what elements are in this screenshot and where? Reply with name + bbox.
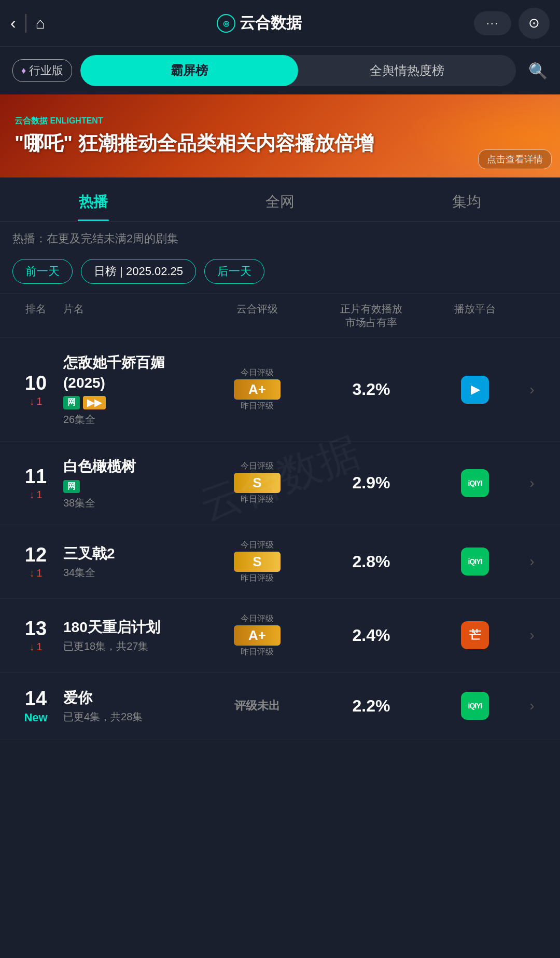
share-cell: 2.9%: [309, 473, 433, 492]
home-icon[interactable]: ⌂: [36, 15, 45, 32]
header-rating: 云合评级: [205, 302, 309, 329]
main-tab-group: 霸屏榜 全舆情热度榜: [80, 55, 516, 86]
show-title: 怎敌她千娇百媚(2025): [63, 352, 205, 393]
search-icon[interactable]: 🔍: [528, 62, 548, 80]
rating-cell: 今日评级 A+ 昨日评级: [205, 367, 309, 412]
rank-change: ↓ 1: [29, 489, 42, 501]
share-cell: 2.8%: [309, 552, 433, 571]
header-name: 片名: [59, 302, 205, 329]
rating-today-label: 今日评级: [241, 367, 274, 378]
platform-cell: iQIYI: [433, 692, 516, 720]
tab-per-episode[interactable]: 集均: [373, 177, 560, 221]
rank-change: ↓ 1: [29, 567, 42, 579]
platform-icon: 芒: [461, 621, 489, 649]
table-row[interactable]: 10 ↓ 1 怎敌她千娇百媚(2025) 网▶▶ 26集全 今日评级 A+ 昨日…: [0, 338, 560, 442]
rank-number: 12: [25, 544, 47, 566]
platform-icon: ▶: [461, 376, 489, 404]
table-header: 排名 片名 云合评级 正片有效播放 市场占有率 播放平台: [0, 293, 560, 338]
scan-button[interactable]: ⊙: [519, 8, 550, 39]
banner-logo: 云合数据 ENLIGHTENT: [15, 116, 545, 127]
next-day-button[interactable]: 后一天: [204, 259, 264, 284]
rating-today-label: 今日评级: [241, 461, 274, 472]
show-episodes: 38集全: [63, 496, 205, 510]
show-title: 白色橄榄树: [63, 456, 205, 476]
show-episodes: 已更18集，共27集: [63, 639, 205, 653]
table-row[interactable]: 11 ↓ 1 白色橄榄树 网 38集全 今日评级 S 昨日评级 2.9% iQI…: [0, 442, 560, 525]
tag-net: 网: [63, 396, 80, 409]
name-cell: 180天重启计划 已更18集，共27集: [59, 617, 205, 653]
table-row[interactable]: 14 New 爱你 已更4集，共28集 评级未出 2.2% iQIYI ›: [0, 673, 560, 740]
rating-today-value: S: [234, 552, 281, 572]
platform-icon: iQIYI: [461, 548, 489, 576]
content-tabs: 热播 全网 集均: [0, 177, 560, 222]
banner: 云合数据 ENLIGHTENT "哪吒" 狂潮推动全品类相关内容播放倍增 点击查…: [0, 94, 560, 177]
rating-cell: 评级未出: [205, 696, 309, 716]
nav-left: ‹ ⌂: [10, 13, 45, 33]
show-title: 三叉戟2: [63, 543, 205, 564]
show-episodes: 26集全: [63, 413, 205, 427]
row-arrow-icon: ›: [516, 627, 548, 644]
row-arrow-icon: ›: [516, 475, 548, 491]
platform-cell: iQIYI: [433, 469, 516, 497]
rows-container: 10 ↓ 1 怎敌她千娇百媚(2025) 网▶▶ 26集全 今日评级 A+ 昨日…: [0, 338, 560, 740]
more-options-button[interactable]: ···: [474, 11, 511, 35]
top-nav: ‹ ⌂ ◎ 云合数据 ··· ⊙: [0, 0, 560, 47]
rank-cell: 11 ↓ 1: [12, 466, 59, 501]
share-cell: 3.2%: [309, 380, 433, 399]
top-tab-bar: ♦ 行业版 霸屏榜 全舆情热度榜 🔍: [0, 47, 560, 94]
industry-badge[interactable]: ♦ 行业版: [12, 59, 72, 82]
rank-number: 13: [25, 618, 47, 640]
table-row[interactable]: 12 ↓ 1 三叉戟2 34集全 今日评级 S 昨日评级 2.8% iQIYI …: [0, 525, 560, 599]
rating-cell: 今日评级 S 昨日评级: [205, 461, 309, 505]
rank-cell: 14 New: [12, 688, 59, 724]
tab-trending[interactable]: 热播: [0, 177, 187, 221]
platform-icon: iQIYI: [461, 469, 489, 497]
app-title-text: 云合数据: [240, 12, 302, 34]
banner-detail-button[interactable]: 点击查看详情: [478, 149, 552, 169]
platform-cell: 芒: [433, 621, 516, 649]
prev-day-button[interactable]: 前一天: [12, 259, 73, 284]
info-bar: 热播：在更及完结未满2周的剧集: [0, 222, 560, 252]
rating-yesterday-label: 昨日评级: [241, 401, 274, 412]
rank-new-badge: New: [24, 711, 47, 724]
back-button[interactable]: ‹: [10, 13, 16, 33]
header-platform: 播放平台: [433, 302, 516, 329]
show-tags: 网▶▶: [63, 396, 205, 409]
app-title: ◎ 云合数据: [45, 12, 474, 34]
rank-cell: 10 ↓ 1: [12, 372, 59, 407]
show-title: 爱你: [63, 688, 205, 708]
header-arrow: [516, 302, 548, 329]
show-episodes: 34集全: [63, 566, 205, 580]
rank-number: 10: [25, 372, 47, 394]
rating-today-label: 今日评级: [241, 540, 274, 551]
nav-divider: [25, 14, 26, 33]
tab-baping[interactable]: 霸屏榜: [80, 55, 298, 86]
row-arrow-icon: ›: [516, 381, 548, 398]
platform-cell: iQIYI: [433, 548, 516, 576]
show-episodes: 已更4集，共28集: [63, 710, 205, 724]
row-arrow-icon: ›: [516, 553, 548, 570]
current-date-button[interactable]: 日榜 | 2025.02.25: [81, 259, 196, 284]
table-row[interactable]: 13 ↓ 1 180天重启计划 已更18集，共27集 今日评级 A+ 昨日评级 …: [0, 599, 560, 673]
name-cell: 怎敌她千娇百媚(2025) 网▶▶ 26集全: [59, 352, 205, 427]
rank-cell: 13 ↓ 1: [12, 618, 59, 653]
tab-all-network[interactable]: 全网: [187, 177, 373, 221]
rank-cell: 12 ↓ 1: [12, 544, 59, 579]
tag-arrow: ▶▶: [83, 396, 106, 409]
share-cell: 2.2%: [309, 696, 433, 716]
rating-today-value: S: [234, 473, 281, 493]
rating-none: 评级未出: [224, 696, 290, 716]
industry-label: 行业版: [29, 63, 63, 78]
rating-today-value: A+: [234, 379, 281, 400]
logo-icon: ◎: [217, 14, 235, 33]
rank-number: 14: [25, 688, 47, 710]
platform-cell: ▶: [433, 376, 516, 404]
tab-hotness[interactable]: 全舆情热度榜: [298, 55, 516, 86]
platform-icon: iQIYI: [461, 692, 489, 720]
share-cell: 2.4%: [309, 626, 433, 645]
header-rank: 排名: [12, 302, 59, 329]
tag-net: 网: [63, 480, 80, 493]
header-share: 正片有效播放 市场占有率: [309, 302, 433, 329]
rank-change: ↓ 1: [29, 641, 42, 653]
banner-title: "哪吒" 狂潮推动全品类相关内容播放倍增: [15, 131, 545, 156]
